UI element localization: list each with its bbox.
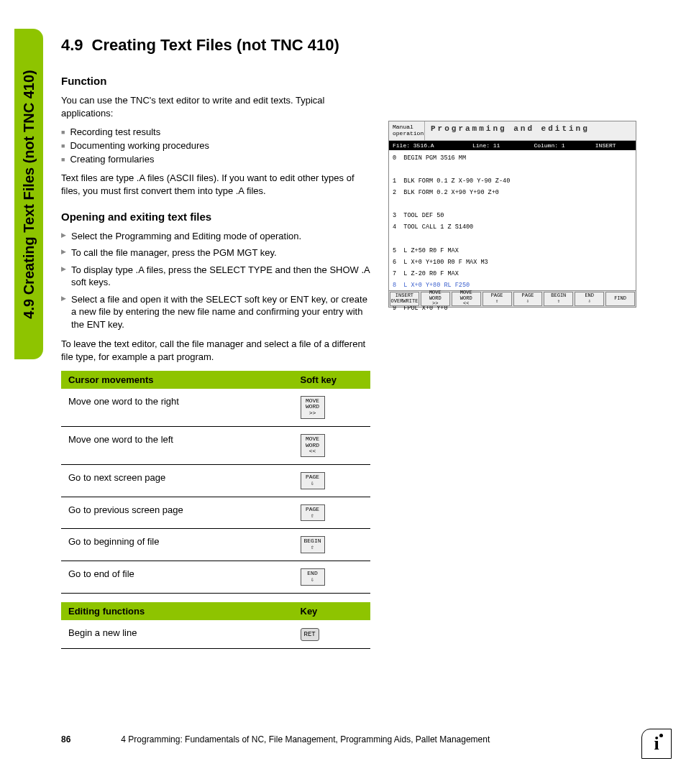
row-key: RET [293,620,371,649]
table-row: Move one word to the leftMOVEWORD<< [61,426,370,464]
softkey-icon: BEGIN⇧ [301,536,325,553]
bullet: Recording test results [61,126,370,137]
function-bullets: Recording test results Documenting worki… [61,126,370,165]
row-label: Go to end of file [61,561,293,594]
softkey-icon: PAGE⇧ [301,504,325,522]
row-label: Go to beginning of file [61,529,293,561]
table-row: Move one word to the rightMOVEWORD>> [61,389,370,427]
keycap-ret: RET [301,628,319,641]
row-key: END⇩ [293,561,371,594]
step: To call the file manager, press the PGM … [61,246,370,259]
bullet: Creating formularies [61,154,370,165]
page-number: 86 [61,734,70,744]
th-key: Key [293,602,371,620]
step: To display type .A files, press the SELE… [61,264,370,289]
code-line [393,164,632,175]
code-line: 2 BLK FORM 0.2 X+90 Y+90 Z+0 [393,187,632,198]
step: Select a file and open it with the SELEC… [61,293,370,331]
side-tab-label: 4.9 Creating Text Files (not TNC 410) [21,70,37,318]
step: Select the Programming and Editing mode … [61,230,370,243]
bullet: Documenting working procedures [61,140,370,151]
function-note: Text files are type .A files (ASCII file… [61,172,370,197]
table-row: Go to previous screen pagePAGE⇧ [61,497,370,529]
scr-insmode: INSERT [595,142,632,149]
scr-softkeys: INSERTOVERWRITEMOVEWORD>>MOVEWORD<<PAGE⇧… [389,290,636,307]
section-title: Creating Text Files (not TNC 410) [92,36,339,54]
row-label: Move one word to the left [61,426,293,464]
scr-title: Programming and editing [425,121,595,140]
main-content: 4.9Creating Text Files (not TNC 410) Fun… [61,36,370,658]
scr-line: Line: 11 [472,142,534,149]
code-line: 4 TOOL CALL 1 Z S1400 [393,221,632,233]
row-key: PAGE⇩ [293,465,371,497]
side-tab: 4.9 Creating Text Files (not TNC 410) [14,29,43,359]
opening-leave: To leave the text editor, call the file … [61,338,370,363]
editing-table: Editing functions Key Begin a new line R… [61,602,370,649]
row-key: BEGIN⇧ [293,529,371,561]
code-line: 1 BLK FORM 0.1 Z X-90 Y-90 Z-40 [393,175,632,187]
row-label: Begin a new line [61,620,293,649]
opening-steps: Select the Programming and Editing mode … [61,230,370,331]
row-label: Move one word to the right [61,389,293,427]
row-key: MOVEWORD<< [293,426,371,464]
softkey-icon: END⇩ [301,568,325,586]
scr-header: Manual operation Programming and editing [389,121,636,141]
scr-mode: Manual operation [389,121,425,140]
scr-softkey: MOVEWORD<< [452,292,481,306]
scr-softkey: END⇩ [575,292,604,306]
scr-status: File: 3516.A Line: 11 Column: 1 INSERT [389,141,636,150]
section-number: 4.9 [61,36,83,54]
softkey-icon: MOVEWORD>> [301,396,325,419]
table-row: Go to end of fileEND⇩ [61,561,370,594]
code-line [393,234,632,245]
cursor-table: Cursor movements Soft key Move one word … [61,371,370,594]
scr-softkey: MOVEWORD>> [421,292,450,306]
code-line: 7 L Z-20 R0 F MAX [393,268,632,280]
softkey-icon: PAGE⇩ [301,472,325,489]
row-label: Go to next screen page [61,465,293,497]
code-line: 0 BEGIN PGM 3516 MM [393,152,632,164]
code-line: 5 L Z+50 R0 F MAX [393,245,632,257]
code-line: 6 L X+0 Y+100 R0 F MAX M3 [393,257,632,268]
th-editing: Editing functions [61,602,293,620]
table-row: Go to beginning of fileBEGIN⇧ [61,529,370,561]
info-icon: i [641,729,672,759]
scr-file: File: 3516.A [393,142,472,149]
scr-body: 0 BEGIN PGM 3516 MM 1 BLK FORM 0.1 Z X-9… [389,150,636,290]
opening-heading: Opening and exiting text files [61,211,370,223]
table-row: Begin a new line RET [61,620,370,649]
tnc-screenshot: Manual operation Programming and editing… [388,121,636,308]
row-key: MOVEWORD>> [293,389,371,427]
info-letter: i [654,733,659,755]
scr-softkey: FIND [605,292,635,306]
scr-softkey: PAGE⇧ [483,292,512,306]
footer: 86 4 Programming: Fundamentals of NC, Fi… [61,734,636,744]
chapter-title: 4 Programming: Fundamentals of NC, File … [121,734,490,744]
row-key: PAGE⇧ [293,497,371,529]
function-heading: Function [61,75,370,87]
function-intro: You can use the TNC's text editor to wri… [61,94,370,119]
softkey-icon: MOVEWORD<< [301,434,325,457]
th-softkey: Soft key [293,371,371,389]
scr-col: Column: 1 [534,142,595,149]
page-title: 4.9Creating Text Files (not TNC 410) [61,36,370,55]
scr-softkey: INSERTOVERWRITE [390,292,419,306]
code-line [393,198,632,210]
th-cursor: Cursor movements [61,371,293,389]
code-line: 3 TOOL DEF 50 [393,210,632,221]
table-row: Go to next screen pagePAGE⇩ [61,465,370,497]
scr-softkey: BEGIN⇧ [544,292,573,306]
row-label: Go to previous screen page [61,497,293,529]
scr-softkey: PAGE⇩ [513,292,543,306]
